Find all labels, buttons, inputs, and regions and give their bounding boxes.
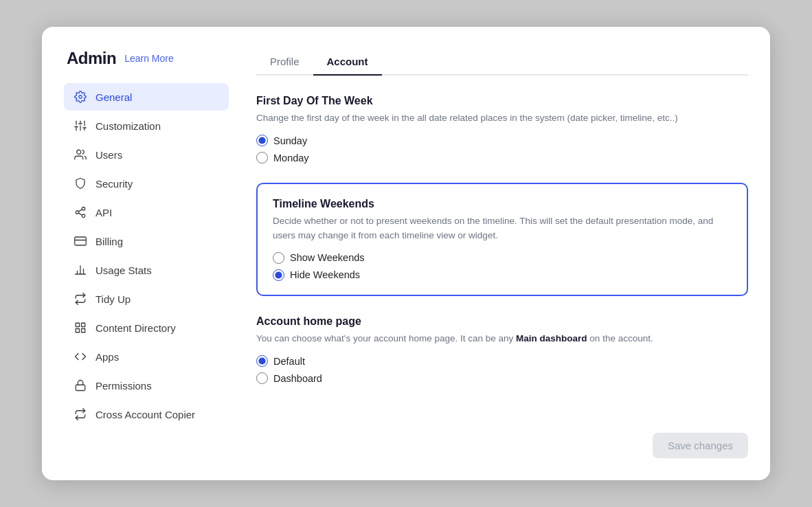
radio-monday-input[interactable] (256, 152, 268, 164)
svg-point-10 (77, 150, 81, 154)
users-icon (74, 148, 87, 161)
sidebar-label-customization: Customization (95, 120, 161, 132)
account-home-desc: You can choose what's your account home … (256, 332, 748, 346)
radio-dashboard-input[interactable] (256, 372, 268, 384)
svg-rect-23 (82, 323, 85, 326)
svg-point-0 (79, 95, 82, 99)
apps-icon (74, 350, 87, 363)
shield-icon (74, 177, 87, 190)
radio-default[interactable]: Default (256, 355, 748, 367)
sidebar-item-tidy-up[interactable]: Tidy Up (64, 285, 229, 313)
radio-hide-weekends-input[interactable] (273, 269, 284, 281)
radio-hide-weekends[interactable]: Hide Weekends (273, 269, 732, 281)
timeline-weekends-title: Timeline Weekends (273, 198, 732, 210)
api-icon (74, 205, 87, 219)
svg-line-14 (78, 213, 82, 215)
sidebar-label-users: Users (95, 149, 122, 161)
account-home-title: Account home page (256, 315, 748, 328)
sliders-icon (74, 119, 87, 133)
save-row: Save changes (256, 422, 748, 458)
admin-window: Admin Learn More General Customization (42, 27, 770, 480)
timeline-weekends-radio-group: Show Weekends Hide Weekends (273, 252, 732, 281)
sidebar-label-billing: Billing (95, 236, 123, 247)
radio-sunday[interactable]: Sunday (256, 135, 748, 146)
radio-show-weekends-input[interactable] (273, 252, 284, 264)
svg-rect-16 (75, 237, 87, 245)
sidebar-label-permissions: Permissions (95, 380, 152, 392)
app-title: Admin (67, 49, 116, 68)
copy-icon (74, 407, 87, 421)
content-directory-icon (74, 321, 87, 335)
sidebar-item-api[interactable]: API (64, 199, 229, 226)
radio-default-input[interactable] (256, 355, 268, 367)
sidebar-label-content-directory: Content Directory (95, 322, 176, 334)
first-day-desc: Change the first day of the week in the … (256, 111, 748, 125)
sidebar: Admin Learn More General Customization (64, 49, 229, 458)
first-day-title: First Day Of The Week (256, 95, 748, 107)
sidebar-header: Admin Learn More (64, 49, 229, 68)
sidebar-item-permissions[interactable]: Permissions (64, 372, 229, 399)
sidebar-label-tidy-up: Tidy Up (95, 293, 131, 305)
sidebar-item-cross-account-copier[interactable]: Cross Account Copier (64, 401, 229, 428)
sidebar-label-general: General (95, 91, 132, 103)
radio-sunday-input[interactable] (256, 135, 268, 146)
sidebar-label-apps: Apps (95, 351, 119, 363)
sidebar-label-usage-stats: Usage Stats (95, 264, 152, 276)
svg-rect-24 (82, 329, 85, 333)
radio-sunday-label: Sunday (273, 135, 307, 146)
section-account-home: Account home page You can choose what's … (256, 315, 748, 384)
sidebar-item-users[interactable]: Users (64, 141, 229, 168)
sidebar-item-apps[interactable]: Apps (64, 343, 229, 370)
radio-show-weekends[interactable]: Show Weekends (273, 252, 732, 264)
main-content: Profile Account First Day Of The Week Ch… (229, 49, 748, 458)
svg-rect-26 (76, 385, 85, 390)
svg-rect-22 (76, 323, 79, 326)
learn-more-link[interactable]: Learn More (124, 53, 174, 64)
gear-icon (74, 90, 87, 104)
credit-card-icon (74, 234, 87, 248)
sidebar-item-content-directory[interactable]: Content Directory (64, 314, 229, 341)
sidebar-label-security: Security (95, 178, 133, 190)
radio-show-weekends-label: Show Weekends (290, 252, 365, 263)
sidebar-label-cross-account-copier: Cross Account Copier (95, 409, 195, 420)
radio-dashboard-label: Dashboard (273, 373, 322, 384)
tidy-icon (74, 292, 87, 306)
radio-monday-label: Monday (273, 153, 309, 164)
sidebar-item-customization[interactable]: Customization (64, 112, 229, 139)
tab-account[interactable]: Account (313, 49, 382, 76)
first-day-radio-group: Sunday Monday (256, 135, 748, 164)
save-changes-button[interactable]: Save changes (653, 433, 748, 458)
sidebar-item-usage-stats[interactable]: Usage Stats (64, 256, 229, 284)
radio-dashboard[interactable]: Dashboard (256, 372, 748, 384)
svg-line-15 (78, 210, 82, 212)
tab-profile[interactable]: Profile (256, 49, 313, 76)
section-timeline-weekends: Timeline Weekends Decide whether or not … (256, 183, 748, 296)
account-home-radio-group: Default Dashboard (256, 355, 748, 384)
lock-icon (74, 379, 87, 392)
radio-default-label: Default (273, 356, 305, 367)
tab-bar: Profile Account (256, 49, 748, 76)
radio-hide-weekends-label: Hide Weekends (290, 269, 360, 280)
sidebar-item-billing[interactable]: Billing (64, 227, 229, 255)
sidebar-label-api: API (95, 207, 112, 218)
section-first-day: First Day Of The Week Change the first d… (256, 95, 748, 164)
radio-monday[interactable]: Monday (256, 152, 748, 164)
sidebar-item-security[interactable]: Security (64, 170, 229, 197)
svg-rect-25 (76, 329, 79, 333)
chart-icon (74, 263, 87, 277)
sidebar-item-general[interactable]: General (64, 83, 229, 111)
timeline-weekends-desc: Decide whether or not to present weekend… (273, 214, 732, 243)
